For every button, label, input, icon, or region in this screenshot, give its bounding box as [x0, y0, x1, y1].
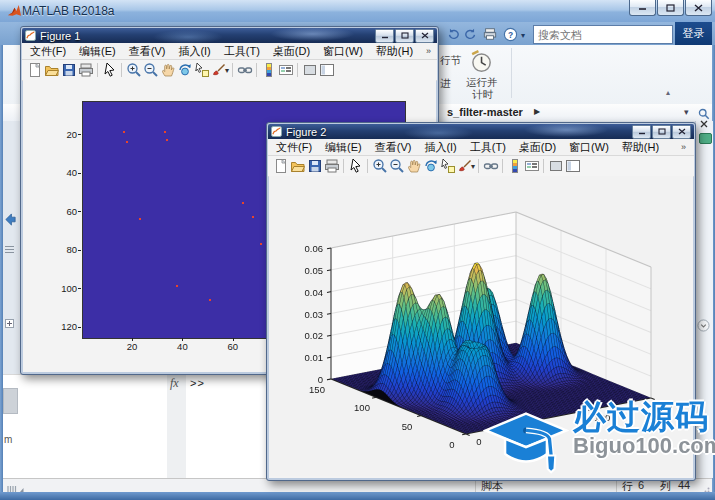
figure1-open-file-icon[interactable]: [43, 62, 60, 79]
run-and-time-icon[interactable]: [468, 49, 493, 78]
run-and-time-label-2[interactable]: 计时: [472, 88, 493, 102]
figure2-zoom-out-icon[interactable]: [388, 158, 405, 175]
login-button[interactable]: 登录: [675, 22, 712, 45]
figure2-show-plot-tools-icon[interactable]: [564, 158, 581, 175]
figure2-ztick-0.03: 0.03: [289, 309, 323, 320]
figure2-menu-5[interactable]: 桌面(D): [519, 140, 556, 155]
help-icon[interactable]: ?: [503, 27, 518, 46]
figure2-data-cursor-icon[interactable]: [439, 158, 456, 175]
current-folder-path[interactable]: s_filter-master: [447, 106, 523, 118]
breadcrumb-arrow-icon[interactable]: ▶: [534, 107, 540, 116]
matlab-titlebar[interactable]: MATLAB R2018a: [0, 0, 715, 22]
figure2-brush-dropdown-icon[interactable]: ▾: [471, 162, 475, 171]
figure1-insert-legend-icon[interactable]: [277, 62, 294, 79]
quick-access-dropdown-icon[interactable]: ▾: [521, 31, 525, 40]
figure1-zoom-in-icon[interactable]: [125, 62, 142, 79]
figure2-menu-2[interactable]: 查看(V): [375, 140, 412, 155]
figure2-link-plot-icon[interactable]: [482, 158, 499, 175]
figure2-menu-6[interactable]: 窗口(W): [569, 140, 609, 155]
figure1-menu-0[interactable]: 文件(F): [30, 44, 66, 59]
ribbon-run-section-label[interactable]: 行节: [440, 54, 461, 68]
figure1-menu-7[interactable]: 帮助(H): [376, 44, 413, 59]
figure1-menu-2[interactable]: 查看(V): [129, 44, 166, 59]
figure2-menu-3[interactable]: 插入(I): [424, 140, 456, 155]
figure2-hide-plot-tools-icon[interactable]: [547, 158, 564, 175]
figure2-rotate-3d-icon[interactable]: [422, 158, 439, 175]
figure2-print-figure-icon[interactable]: [323, 158, 340, 175]
figure1-menu-1[interactable]: 编辑(E): [79, 44, 116, 59]
expand-tree-icon[interactable]: [5, 314, 14, 332]
figure2-save-figure-icon[interactable]: [306, 158, 323, 175]
current-folder-panel[interactable]: [3, 374, 168, 479]
figure1-menu-6[interactable]: 窗口(W): [323, 44, 363, 59]
figure2-new-figure-icon[interactable]: [272, 158, 289, 175]
minimize-button[interactable]: [629, 0, 656, 16]
figure1-menu-overflow-icon[interactable]: »: [426, 46, 431, 56]
figure2-menu-0[interactable]: 文件(F): [276, 140, 312, 155]
figure1-close-button[interactable]: [415, 29, 434, 43]
figure1-xtickmark-20: [132, 338, 133, 341]
figure2-zoom-in-icon[interactable]: [371, 158, 388, 175]
figure2-menu-overflow-icon[interactable]: »: [681, 142, 686, 152]
figure1-titlebar[interactable]: Figure 1: [22, 28, 437, 43]
command-prompt[interactable]: >>: [190, 377, 205, 389]
svg-text:?: ?: [508, 30, 513, 40]
figure1-minimize-button[interactable]: [375, 29, 394, 43]
panel-chevron-icon[interactable]: [697, 318, 710, 336]
close-button[interactable]: [685, 0, 712, 16]
figure2-pan-icon[interactable]: [405, 158, 422, 175]
figure1-new-figure-icon[interactable]: [26, 62, 43, 79]
maximize-button[interactable]: [657, 0, 684, 16]
back-arrow-icon[interactable]: [4, 212, 17, 230]
undo-icon[interactable]: [446, 27, 460, 45]
figure2-titlebar[interactable]: Figure 2: [268, 124, 694, 139]
figure2-toolbar-separator-4: [543, 159, 544, 173]
print-quick-icon[interactable]: [483, 27, 497, 45]
ribbon-collapse-icon[interactable]: ▴: [666, 88, 670, 97]
figure2-ytick-150: 150: [302, 384, 332, 395]
figure1-menu-3[interactable]: 插入(I): [178, 44, 210, 59]
figure1-ytick-60: 60: [49, 206, 77, 217]
doc-search-box[interactable]: [533, 25, 673, 44]
figure1-ytickmark-40: [78, 173, 81, 174]
figure1-hide-plot-tools-icon[interactable]: [301, 62, 318, 79]
folder-item-label[interactable]: m: [4, 434, 12, 445]
redo-icon[interactable]: [464, 27, 478, 45]
figure2-insert-colorbar-icon[interactable]: [506, 158, 523, 175]
figure1-zoom-out-icon[interactable]: [142, 62, 159, 79]
address-dropdown-icon[interactable]: ▾: [684, 107, 689, 117]
figure1-insert-colorbar-icon[interactable]: [260, 62, 277, 79]
watermark-text-cn: 必过源码: [573, 400, 715, 434]
figure1-noise-point-4: [139, 218, 141, 220]
figure2-maximize-button[interactable]: [652, 125, 671, 139]
figure1-pan-icon[interactable]: [159, 62, 176, 79]
figure1-menu-4[interactable]: 工具(T): [224, 44, 260, 59]
figure2-menu-1[interactable]: 编辑(E): [325, 140, 362, 155]
figure1-brush-dropdown-icon[interactable]: ▾: [225, 66, 229, 75]
figure2-menu-7[interactable]: 帮助(H): [622, 140, 659, 155]
matlab-window-border-bottom: [0, 492, 715, 500]
figure1-print-figure-icon[interactable]: [77, 62, 94, 79]
figure1-rotate-3d-icon[interactable]: [176, 62, 193, 79]
figure1-save-figure-icon[interactable]: [60, 62, 77, 79]
figure1-pointer-icon[interactable]: [101, 62, 118, 79]
figure2-pointer-icon[interactable]: [347, 158, 364, 175]
panel-close-icon[interactable]: [700, 114, 708, 132]
figure1-maximize-button[interactable]: [395, 29, 414, 43]
scrollbar-thumb[interactable]: [3, 388, 18, 414]
list-view-icon[interactable]: [4, 240, 15, 258]
figure2-insert-legend-icon[interactable]: [523, 158, 540, 175]
ribbon-step-label[interactable]: 进: [440, 77, 451, 91]
figure2-minimize-button[interactable]: [632, 125, 651, 139]
ribbon-separator: [511, 48, 512, 98]
doc-search-input[interactable]: [534, 29, 684, 41]
figure1-menu-5[interactable]: 桌面(D): [273, 44, 310, 59]
figure2-close-button[interactable]: [672, 125, 691, 139]
figure1-link-plot-icon[interactable]: [236, 62, 253, 79]
figure2-open-file-icon[interactable]: [289, 158, 306, 175]
variable-icon[interactable]: [699, 133, 712, 144]
figure1-data-cursor-icon[interactable]: [193, 62, 210, 79]
figure1-show-plot-tools-icon[interactable]: [318, 62, 335, 79]
figure1-window-controls: [374, 29, 434, 43]
figure2-menu-4[interactable]: 工具(T): [470, 140, 506, 155]
